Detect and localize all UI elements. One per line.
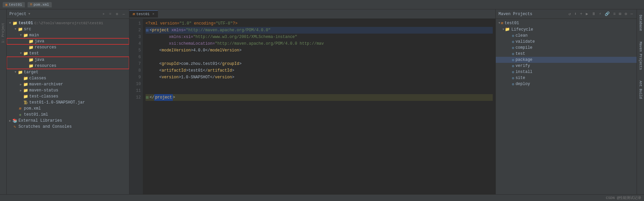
maven-item-package[interactable]: ⚙ package bbox=[496, 57, 637, 63]
maven-item-validate[interactable]: ⚙ validate bbox=[496, 39, 637, 45]
right-tab-database[interactable]: Database bbox=[638, 13, 643, 33]
project-tab-icon: ▣ bbox=[5, 3, 7, 7]
tree-item-pom-xml[interactable]: m pom.xml bbox=[7, 106, 129, 112]
main-layout: 1: Project Project ▼ + = ⚙ — ▼ 📁 test01 … bbox=[0, 9, 644, 194]
code-editor: 1 2 3 4 5 6 7 8 9 10 11 12 <?xml version… bbox=[129, 19, 495, 194]
folder-icon: 📁 bbox=[23, 88, 28, 93]
tree-item-maven-archiver[interactable]: ▶ 📁 maven-archiver bbox=[7, 81, 129, 87]
project-toggle-label[interactable]: 1: Project bbox=[1, 23, 5, 43]
pom-tab-icon: m bbox=[30, 3, 32, 6]
maven-close-btn[interactable]: — bbox=[630, 11, 634, 17]
maven-list-btn[interactable]: ≡ bbox=[612, 11, 616, 17]
maven-grid-btn[interactable]: ⊞ bbox=[618, 11, 622, 17]
tree-item-main[interactable]: ▼ 📁 main bbox=[7, 32, 129, 38]
tree-item-resources-test[interactable]: 📁 resources bbox=[24, 63, 129, 69]
tree-arrow: ▼ bbox=[8, 22, 12, 25]
maven-item-verify[interactable]: ⚙ verify bbox=[496, 63, 637, 69]
tree-arrow: ▶ bbox=[8, 119, 12, 123]
resources-folder-icon: 📁 bbox=[28, 63, 34, 69]
maven-verify-label: verify bbox=[516, 64, 530, 68]
maven-refresh-btn[interactable]: ↺ bbox=[567, 11, 572, 17]
test-java-resources-box: 📁 java 📁 resources bbox=[7, 57, 129, 69]
project-panel: Project ▼ + = ⚙ — ▼ 📁 test01 C:\ZTools\m… bbox=[7, 9, 129, 194]
tree-item-jar[interactable]: 🗜 test01-1.0-SNAPSHOT.jar bbox=[7, 99, 129, 106]
code-token: < bbox=[150, 27, 152, 34]
maven-gear-icon: ⚙ bbox=[512, 52, 514, 56]
code-token: < bbox=[150, 67, 162, 74]
folder-icon: 📁 bbox=[17, 70, 23, 75]
maven-pause-btn[interactable]: ⏸ bbox=[591, 11, 597, 17]
resources-folder-icon: 📁 bbox=[28, 45, 34, 50]
tree-item-java-test[interactable]: 📁 java bbox=[24, 57, 129, 63]
tree-item-test-classes[interactable]: 📁 test-classes bbox=[7, 93, 129, 99]
maven-download-btn[interactable]: ⬇ bbox=[573, 11, 577, 17]
maven-item-site[interactable]: ⚙ site bbox=[496, 75, 637, 81]
folder-icon: 📁 bbox=[23, 94, 28, 99]
maven-gear-icon: ⚙ bbox=[512, 82, 514, 86]
editor-tabs: m test01 × bbox=[129, 9, 495, 19]
maven-site-label: site bbox=[516, 76, 525, 80]
title-tab-project[interactable]: ▣ test01 bbox=[3, 2, 25, 7]
maven-add-btn[interactable]: + bbox=[579, 11, 583, 17]
tree-label-path: C:\ZTools\mavenprojrct02\test01 bbox=[34, 21, 103, 25]
maven-item-test[interactable]: ⚙ test bbox=[496, 51, 637, 57]
right-tabs: Database Maven Projects Ant Build bbox=[637, 9, 644, 194]
maven-arrow: ▼ bbox=[498, 22, 500, 25]
maven-item-clean[interactable]: ⚙ clean bbox=[496, 33, 637, 39]
panel-add-btn[interactable]: + bbox=[101, 11, 106, 17]
right-tab-maven[interactable]: Maven Projects bbox=[638, 40, 643, 72]
maven-run-btn[interactable]: ▶ bbox=[585, 11, 589, 17]
maven-lightning-btn[interactable]: ⚡ bbox=[598, 11, 602, 17]
tree-arrow: ▶ bbox=[19, 83, 23, 86]
folder-icon: 📁 bbox=[23, 51, 28, 56]
tree-label-test01: test01 bbox=[18, 21, 33, 26]
tree-item-test01-root[interactable]: ▼ 📁 test01 C:\ZTools\mavenprojrct02\test… bbox=[7, 20, 129, 26]
code-token: <?xml version= bbox=[146, 20, 179, 27]
maven-item-install[interactable]: ⚙ install bbox=[496, 69, 637, 75]
maven-gear-icon: ⚙ bbox=[512, 64, 514, 68]
maven-settings-btn[interactable]: ⚙ bbox=[624, 11, 628, 17]
tree-item-classes[interactable]: 📁 classes bbox=[7, 75, 129, 81]
tree-item-resources-main[interactable]: 📁 resources bbox=[7, 44, 129, 50]
code-token: xsi:schemaLocation= bbox=[150, 40, 215, 47]
panel-minimize-btn[interactable]: — bbox=[121, 11, 126, 17]
maven-item-deploy[interactable]: ⚙ deploy bbox=[496, 81, 637, 87]
panel-collapse-btn[interactable]: = bbox=[108, 11, 113, 17]
tree-item-external-libs[interactable]: ▶ 📚 External Libraries bbox=[7, 118, 129, 124]
right-tab-ant[interactable]: Ant Build bbox=[638, 79, 643, 101]
maven-panel: Maven Projects ↺ ⬇ + ▶ ⏸ ⚡ 🔗 ≡ ⊞ ⚙ — ▼ m… bbox=[495, 9, 637, 194]
editor-tab-pom[interactable]: m test01 × bbox=[129, 10, 158, 17]
tree-arrow: ▼ bbox=[13, 71, 17, 74]
tree-item-src[interactable]: ▼ 📁 src bbox=[7, 26, 129, 32]
panel-settings-btn[interactable]: ⚙ bbox=[114, 11, 120, 17]
project-dropdown-arrow[interactable]: ▼ bbox=[28, 12, 30, 16]
tab-file-label: test01 bbox=[136, 12, 150, 16]
tab-file-icon: m bbox=[133, 12, 135, 16]
tab-close-btn[interactable]: × bbox=[152, 12, 154, 16]
folder-icon: 📁 bbox=[12, 21, 17, 26]
maven-item-compile[interactable]: ⚙ compile bbox=[496, 45, 637, 51]
line-marker-icon bbox=[146, 29, 149, 32]
title-tab-pom[interactable]: m pom.xml bbox=[28, 2, 52, 7]
tree-arrow: ▼ bbox=[19, 52, 23, 55]
tree-item-java-main[interactable]: 📁 java bbox=[7, 38, 129, 44]
line-numbers: 1 2 3 4 5 6 7 8 9 10 11 12 bbox=[129, 19, 143, 194]
tree-label-iml: test01.iml bbox=[24, 112, 48, 117]
line-num-5: 5 bbox=[129, 47, 141, 54]
maven-tree: ▼ m test01 ▼ 📁 Lifecycle ⚙ clean ⚙ valid… bbox=[496, 19, 637, 194]
tree-item-test[interactable]: ▼ 📁 test bbox=[7, 50, 129, 56]
tree-item-maven-status[interactable]: ▶ 📁 maven-status bbox=[7, 87, 129, 93]
tree-item-iml[interactable]: ◈ test01.iml bbox=[7, 112, 129, 118]
folder-icon: 📁 bbox=[23, 33, 28, 38]
maven-link-btn[interactable]: 🔗 bbox=[604, 11, 611, 17]
line-num-4: 4 bbox=[129, 40, 141, 47]
tree-item-target[interactable]: ▼ 📁 target bbox=[7, 69, 129, 75]
maven-item-lifecycle[interactable]: ▼ 📁 Lifecycle bbox=[496, 26, 637, 33]
maven-item-test01[interactable]: ▼ m test01 bbox=[496, 20, 637, 26]
folder-icon: 📁 bbox=[17, 27, 23, 32]
tree-item-scratches[interactable]: ✎ Scratches and Consoles bbox=[7, 124, 129, 130]
code-content[interactable]: <?xml version="1.0" encoding="UTF-8"?> <… bbox=[143, 19, 495, 194]
folder-icon: 📁 bbox=[23, 82, 28, 87]
code-token: >4.0.0</ bbox=[191, 47, 210, 54]
tree-label-classes: classes bbox=[29, 76, 46, 81]
